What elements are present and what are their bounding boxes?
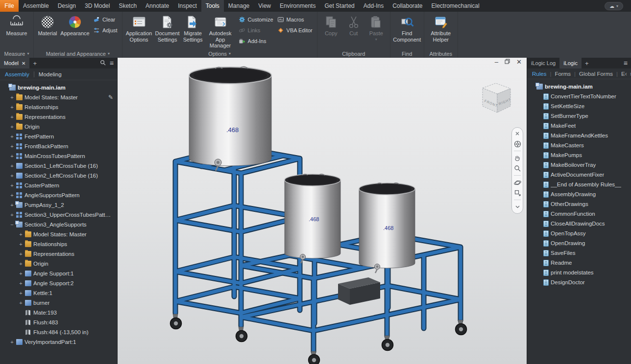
cut-button[interactable]: Cut <box>342 13 365 49</box>
subtab-forms[interactable]: Forms <box>546 71 571 77</box>
rule-item[interactable]: OpenDrawing <box>527 238 631 248</box>
rule-item[interactable]: Readme <box>527 258 631 268</box>
menu-tab[interactable]: Add-Ins <box>359 0 388 12</box>
expand-toggle[interactable]: + <box>10 134 14 139</box>
tree-item[interactable]: + AngleSupportsPattern <box>0 190 117 200</box>
rule-item[interactable]: ConvertTierTextToNumber <box>527 91 631 101</box>
appearance-button[interactable]: Appearance <box>59 13 91 49</box>
tree-item[interactable]: + CasterPattern <box>0 181 117 190</box>
tree-item[interactable]: + MainCrossTubesPattern <box>0 151 117 161</box>
expand-toggle[interactable]: + <box>10 114 14 120</box>
tab-ilogic-log[interactable]: iLogic Log <box>527 58 559 68</box>
vba-editor-button[interactable]: VBA Editor <box>277 26 313 34</box>
viewcube[interactable]: FRONT RIGHT <box>483 83 511 113</box>
expand-toggle[interactable]: + <box>10 173 14 179</box>
rule-item[interactable]: brewing-main.iam <box>527 82 631 91</box>
pan-hand-icon[interactable] <box>513 155 521 161</box>
expand-toggle[interactable]: + <box>10 212 14 218</box>
rule-item[interactable]: MakeFeet <box>527 121 631 131</box>
rule-item[interactable]: AssemblyDrawing <box>527 189 631 199</box>
rule-item[interactable]: OpenTopAssy <box>527 228 631 238</box>
file-menu-button[interactable]: File <box>0 0 19 12</box>
subtab-modeling[interactable]: Modeling <box>39 71 62 77</box>
subtab-global-forms[interactable]: Global Forms <box>571 71 613 77</box>
navbar-more-icon[interactable] <box>513 204 521 210</box>
expand-toggle[interactable]: + <box>10 192 14 198</box>
expand-toggle[interactable]: + <box>19 290 23 296</box>
tree-item[interactable]: + Section2_LeftCrossTube (16) <box>0 171 117 181</box>
tree-item[interactable]: + PumpAssy_1_2 <box>0 200 117 210</box>
close-icon[interactable]: ✕ <box>22 61 25 66</box>
ribbon-footer-options[interactable]: Options <box>122 49 317 58</box>
burner-box[interactable] <box>338 277 380 305</box>
tree-item[interactable]: + Model States: Master <box>0 229 117 239</box>
tree-item[interactable]: Flush:483 <box>0 318 117 327</box>
tree-item[interactable]: + Representations <box>0 249 117 259</box>
expand-toggle[interactable]: + <box>19 241 23 247</box>
rule-item[interactable]: ActiveDocumentFixer <box>527 170 631 180</box>
tab-ilogic[interactable]: iLogic <box>559 58 582 68</box>
rule-item[interactable]: SetBurnerType <box>527 111 631 121</box>
paste-button[interactable]: Paste ▾ <box>365 13 388 49</box>
expand-toggle[interactable]: + <box>19 231 23 237</box>
app-manager-button[interactable]: Autodesk App Manager <box>204 13 237 49</box>
viewport[interactable]: – ✕ <box>118 58 527 364</box>
expand-toggle[interactable]: + <box>10 182 14 188</box>
add-tab-button[interactable]: + <box>29 58 40 68</box>
menu-tab[interactable]: Assemble <box>19 0 53 12</box>
tree-item[interactable]: brewing-main.iam <box>0 83 117 92</box>
expand-toggle[interactable]: + <box>10 143 14 149</box>
menu-tab[interactable]: Collaborate <box>388 0 427 12</box>
minimize-icon[interactable]: – <box>495 59 498 65</box>
expand-toggle[interactable]: + <box>10 339 14 345</box>
tree-item[interactable]: + VeryImportandPart:1 <box>0 337 117 347</box>
ribbon-footer-measure[interactable]: Measure <box>0 49 33 58</box>
expand-toggle[interactable]: + <box>10 104 14 110</box>
ribbon-footer-material-appearance[interactable]: Material and Appearance <box>34 49 122 58</box>
tree-item[interactable]: + FeetPattern <box>0 132 117 141</box>
3d-scene[interactable]: .468 .468 <box>118 58 527 364</box>
menu-tab[interactable]: Tools <box>201 0 224 12</box>
menu-tab[interactable]: Environments <box>275 0 320 12</box>
subtab-assembly[interactable]: Assembly <box>5 71 29 77</box>
expand-toggle[interactable]: + <box>19 280 23 286</box>
rule-item[interactable]: DesignDoctor <box>527 277 631 287</box>
subtab-rules[interactable]: Rules <box>532 71 546 77</box>
ilogic-menu-icon[interactable]: ≡ <box>624 59 628 67</box>
look-at-icon[interactable] <box>513 189 521 196</box>
find-component-button[interactable]: Find Component <box>393 13 421 49</box>
measure-button[interactable]: Measure <box>2 13 31 49</box>
navigation-wheel-icon[interactable] <box>513 140 521 147</box>
expand-toggle[interactable]: + <box>10 153 14 159</box>
tree-item[interactable]: + burner <box>0 298 117 308</box>
expand-toggle[interactable]: + <box>19 251 23 257</box>
expand-toggle[interactable]: + <box>10 124 14 130</box>
menu-tab[interactable]: View <box>254 0 275 12</box>
tree-item[interactable]: + Angle Support:1 <box>0 269 117 278</box>
menu-tab[interactable]: Electromechanical <box>427 0 484 12</box>
expand-toggle[interactable]: + <box>19 261 23 267</box>
tree-item[interactable]: + Section1_LeftCrossTube (16) <box>0 161 117 171</box>
rule-item[interactable]: CloseAllDrawingDocs <box>527 219 631 228</box>
rule-item[interactable]: __End of Assembly Rules__ <box>527 180 631 189</box>
kettle-2[interactable]: .468 <box>285 174 340 263</box>
rule-item[interactable]: CommonFunction <box>527 209 631 219</box>
menu-tab[interactable]: Get Started <box>320 0 359 12</box>
tree-item[interactable]: + Kettle:1 <box>0 288 117 298</box>
attribute-helper-button[interactable]: Attribute Helper <box>427 13 455 49</box>
rule-item[interactable]: MakeFrameAndKettles <box>527 131 631 140</box>
expand-toggle[interactable]: + <box>19 300 23 306</box>
migrate-settings-button[interactable]: Migrate Settings <box>182 13 204 49</box>
application-options-button[interactable]: Application Options <box>125 13 153 49</box>
material-button[interactable]: Material <box>36 13 59 49</box>
tree-item[interactable]: Mate:193 <box>0 308 117 318</box>
tree-item[interactable]: Flush:484 (-13,500 in) <box>0 327 117 337</box>
rule-item[interactable]: MakeBoiloverTray <box>527 160 631 170</box>
tree-item[interactable]: + FrontBackPattern <box>0 141 117 151</box>
menu-tab[interactable]: Manage <box>224 0 254 12</box>
tab-model[interactable]: Model ✕ <box>0 58 29 68</box>
menu-tab[interactable]: Inspect <box>173 0 201 12</box>
rule-item[interactable]: SaveFiles <box>527 248 631 258</box>
expand-toggle[interactable]: − <box>10 222 14 228</box>
tree-item[interactable]: + Angle Support:2 <box>0 278 117 288</box>
